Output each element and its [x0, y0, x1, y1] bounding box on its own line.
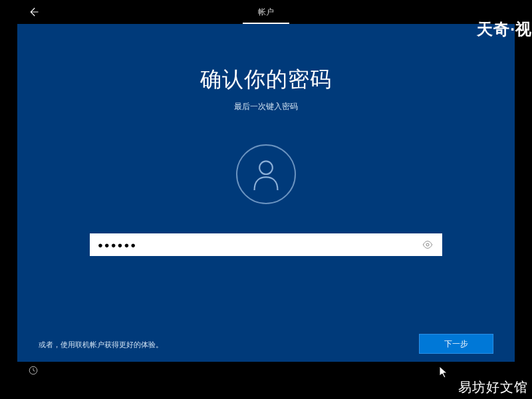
watermark-top: 天奇·视 — [477, 19, 532, 40]
tab-account[interactable]: 帐户 — [245, 0, 287, 24]
reveal-password-button[interactable] — [418, 233, 437, 256]
password-input[interactable] — [90, 233, 442, 256]
oobe-screen: 帐户 确认你的密码 最后一次键入密码 — [17, 0, 515, 379]
next-button[interactable]: 下一步 — [419, 334, 493, 354]
online-account-hint[interactable]: 或者，使用联机帐户获得更好的体验。 — [39, 340, 163, 350]
top-bar: 帐户 — [17, 0, 515, 24]
eye-icon — [422, 239, 433, 250]
user-avatar — [236, 144, 296, 204]
page-subtitle: 最后一次键入密码 — [234, 101, 298, 112]
tab-label: 帐户 — [258, 7, 274, 18]
back-arrow-icon — [27, 6, 39, 18]
ease-of-access-icon — [29, 366, 38, 375]
password-field-wrap — [90, 233, 442, 256]
mouse-cursor — [439, 366, 448, 379]
person-icon — [251, 158, 281, 190]
main-panel: 确认你的密码 最后一次键入密码 或者，使用联机帐户获得更好的体验。 — [17, 24, 515, 362]
ease-of-access-button[interactable] — [20, 362, 47, 379]
watermark-bottom: 易坊好文馆 — [458, 378, 528, 396]
page-title: 确认你的密码 — [200, 65, 332, 94]
back-button[interactable] — [17, 0, 49, 24]
svg-point-1 — [426, 243, 429, 246]
svg-point-0 — [259, 161, 273, 174]
page-wrapper: 帐户 确认你的密码 最后一次键入密码 — [0, 0, 532, 399]
next-button-label: 下一步 — [444, 338, 468, 350]
